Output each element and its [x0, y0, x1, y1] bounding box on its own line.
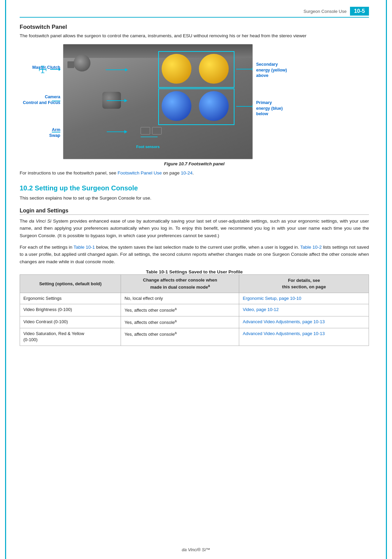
figure-note: For instructions to use the footswitch p… [20, 170, 369, 177]
footswitch-heading: Footswitch Panel [20, 24, 369, 30]
foot-sensor-arrow-svg [141, 132, 185, 142]
section-10-2-intro: This section explains how to set up the … [20, 195, 369, 202]
col-header-setting: Setting (options, default bold) [20, 275, 121, 293]
ergonomic-setup-link[interactable]: Ergonomic Setup [243, 296, 276, 301]
header-title: Surgeon Console Use [304, 9, 347, 14]
setting-contrast: Video Contrast (0-100) [20, 316, 121, 328]
right-border [386, 0, 392, 559]
advanced-video-link-1[interactable]: Advanced Video Adjustments [243, 319, 300, 324]
settings-table: Setting (options, default bold) Change a… [20, 274, 369, 346]
label-camera-control: CameraControl and Focus [23, 94, 60, 105]
page-header: Surgeon Console Use 10-5 [20, 7, 369, 18]
advanced-video-link-2[interactable]: Advanced Video Adjustments [243, 331, 300, 336]
figure-caption: Figure 10.7 Footswitch panel [20, 161, 369, 166]
details-contrast: Advanced Video Adjustments, page 10-13 [239, 316, 369, 328]
foot-sensor-text: Foot sensors [136, 145, 160, 149]
footswitch-intro: The footswitch panel allows the surgeon … [20, 33, 369, 39]
details-ergonomic: Ergonomic Setup, page 10-10 [239, 293, 369, 304]
table-10-2-link[interactable]: Table 10-2 [300, 245, 322, 250]
change-ergonomic: No, local effect only [121, 293, 239, 304]
video-link[interactable]: Video [243, 307, 254, 312]
login-settings-heading: Login and Settings [20, 208, 369, 215]
details-saturation: Advanced Video Adjustments, page 10-13 [239, 328, 369, 346]
login-settings-body2: For each of the settings in Table 10-1 b… [20, 244, 369, 266]
table-row: Ergonomic Settings No, local effect only… [20, 293, 369, 304]
svg-marker-1 [59, 68, 60, 71]
change-contrast: Yes, affects other consolea [121, 316, 239, 328]
setting-ergonomic: Ergonomic Settings [20, 293, 121, 304]
table-row: Video Brightness (0-100) Yes, affects ot… [20, 304, 369, 316]
table-row: Video Saturation, Red & Yellow(0-100) Ye… [20, 328, 369, 346]
footswitch-panel-use-link[interactable]: Footswitch Panel Use [118, 170, 162, 175]
col-header-change: Change affects other console whenmade in… [121, 275, 239, 293]
setting-brightness: Video Brightness (0-100) [20, 304, 121, 316]
footswitch-figure: Foot sensors [63, 44, 253, 159]
footer-brand: da Vinci® Si™ [182, 547, 210, 552]
table-title: Table 10-1 Settings Saved to the User Pr… [20, 269, 369, 274]
label-arm-swap: ArmSwap [49, 127, 60, 138]
change-saturation: Yes, affects other consolea [121, 328, 239, 346]
col-header-details: For details, seethis section, on page [239, 275, 369, 293]
foot-sensors-label [141, 132, 185, 143]
setting-saturation: Video Saturation, Red & Yellow(0-100) [20, 328, 121, 346]
change-brightness: Yes, affects other consolea [121, 304, 239, 316]
page-10-24-link[interactable]: 10-24 [181, 170, 193, 175]
page-number: 10-5 [350, 7, 369, 16]
table-row: Video Contrast (0-100) Yes, affects othe… [20, 316, 369, 328]
label-primary-energy: Primaryenergy (blue)below [256, 100, 283, 117]
section-10-2-heading: 10.2 Setting up the Surgeon Console [20, 184, 369, 192]
label-secondary-energy: Secondaryenergy (yellow)above [256, 62, 287, 78]
details-brightness: Video, page 10-12 [239, 304, 369, 316]
table-10-1-link[interactable]: Table 10-1 [74, 245, 95, 250]
left-border [0, 0, 6, 559]
page-footer: da Vinci® Si™ [0, 547, 392, 552]
login-settings-body1: The da Vinci Si System provides enhanced… [20, 218, 369, 240]
